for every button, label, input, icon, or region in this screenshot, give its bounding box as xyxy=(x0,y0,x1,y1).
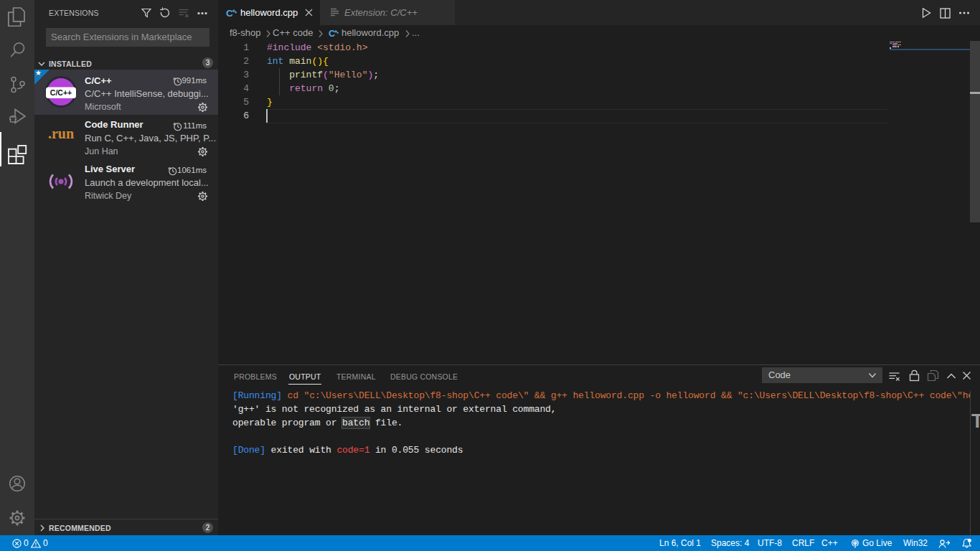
svg-text:C: C xyxy=(329,29,335,39)
svg-text:C/C++: C/C++ xyxy=(50,88,72,97)
svg-text:C: C xyxy=(226,8,233,19)
